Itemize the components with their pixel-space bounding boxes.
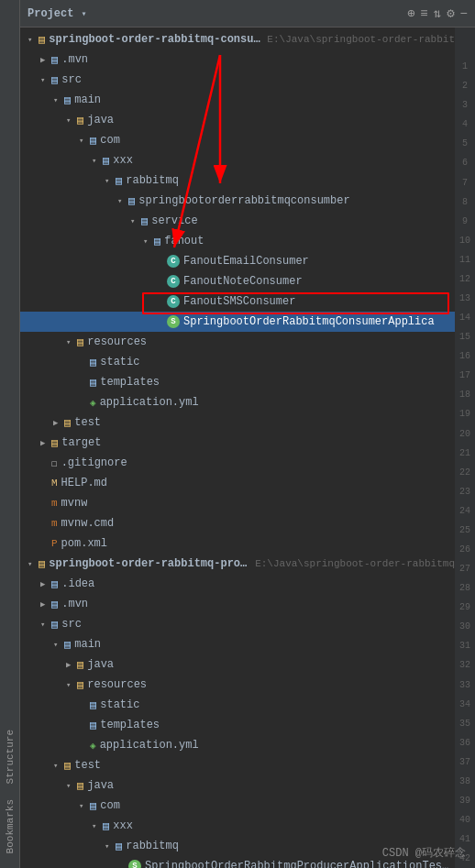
spring-icon: S — [167, 315, 180, 328]
tree-item-label: rabbitmq — [126, 174, 179, 187]
tree-item-FanoutSMSConsumer[interactable]: CFanoutSMSConsumer — [20, 291, 455, 312]
tree-item-mvn[interactable]: ▶▤.mvn — [20, 49, 455, 70]
tree-item-gitignore1[interactable]: ◻.gitignore — [20, 453, 455, 473]
tree-item-resources2[interactable]: ▾▤resources — [20, 675, 455, 695]
tree-item-test2[interactable]: ▾▤test — [20, 755, 455, 775]
tree-item-rabbitmq[interactable]: ▾▤rabbitmq — [20, 170, 455, 191]
tree-arrow[interactable]: ▾ — [28, 35, 39, 45]
tree-arrow[interactable]: ▾ — [66, 680, 77, 690]
settings-icon[interactable]: ⚙ — [447, 5, 454, 21]
tree-item-static[interactable]: ▤static — [20, 352, 455, 372]
tree-item-xxx2[interactable]: ▾▤xxx — [20, 816, 455, 836]
tree-item-pom1[interactable]: Ppom.xml — [20, 533, 455, 554]
tree-arrow[interactable]: ▾ — [143, 236, 154, 247]
toolbar-icons: ⊕ ≡ ⇅ ⚙ − — [407, 5, 468, 21]
dropdown-arrow[interactable]: ▾ — [81, 8, 86, 19]
tree-arrow[interactable]: ▾ — [105, 841, 116, 852]
arrows-icon[interactable]: ⇅ — [434, 5, 441, 21]
tree-arrow[interactable]: ▾ — [40, 620, 51, 630]
tree-item-producer-root[interactable]: ▾▤springboot-order-rabbitmq-producer E:\… — [20, 554, 455, 574]
tree-item-main[interactable]: ▾▤main — [20, 90, 455, 110]
pom-icon: P — [51, 538, 58, 549]
tree-arrow[interactable]: ▶ — [66, 660, 77, 670]
tree-arrow[interactable]: ▾ — [79, 801, 90, 811]
line-number: 25 — [455, 521, 475, 540]
folder-icon: ▤ — [90, 719, 96, 732]
tree-item-FanoutEmailConsumer[interactable]: CFanoutEmailConsumer — [20, 251, 455, 271]
tree-item-test[interactable]: ▶▤test — [20, 412, 455, 433]
line-number: 2 — [455, 76, 475, 95]
tree-arrow[interactable]: ▾ — [117, 196, 128, 206]
line-number: 17 — [455, 366, 475, 385]
bookmarks-tab[interactable]: Bookmarks — [2, 794, 18, 859]
tree-arrow[interactable]: ▾ — [66, 115, 77, 126]
tree-arrow[interactable]: ▾ — [105, 176, 116, 186]
tree-arrow[interactable]: ▾ — [79, 136, 90, 146]
tree-item-label: springboot-order-rabbitmq-producer — [49, 557, 251, 570]
tree-item-java2[interactable]: ▶▤java — [20, 654, 455, 675]
tree-arrow[interactable]: ▶ — [40, 55, 51, 65]
line-number: 16 — [455, 346, 475, 366]
folder-icon: ▤ — [51, 73, 58, 87]
tree-arrow[interactable]: ▾ — [92, 156, 103, 166]
tree-arrow[interactable]: ▾ — [66, 781, 77, 791]
tree-item-mvnw1[interactable]: mmvnw — [20, 493, 455, 513]
tree-item-xxx[interactable]: ▾▤xxx — [20, 150, 455, 170]
folder-icon: ▤ — [141, 214, 148, 228]
tree-item-label: java — [87, 779, 114, 792]
line-number: 39 — [455, 791, 475, 810]
tree-item-fanout[interactable]: ▾▤fanout — [20, 231, 455, 251]
folder-icon: ▤ — [116, 174, 122, 188]
tree-item-mvn2[interactable]: ▶▤.mvn — [20, 594, 455, 614]
tree-item-src[interactable]: ▾▤src — [20, 70, 455, 90]
tree-item-help-md-1[interactable]: MHELP.md — [20, 473, 455, 493]
list-icon[interactable]: ≡ — [420, 6, 427, 21]
folder-icon: ▤ — [39, 557, 45, 571]
tree-arrow[interactable]: ▾ — [28, 559, 39, 569]
folder-icon: ▤ — [77, 114, 83, 127]
tree-item-mvnw-cmd-1[interactable]: mmvnw.cmd — [20, 513, 455, 533]
tree-arrow[interactable]: ▾ — [130, 216, 141, 226]
minus-icon[interactable]: − — [460, 6, 468, 21]
tree-item-java3[interactable]: ▾▤java — [20, 775, 455, 796]
tree-arrow[interactable]: ▶ — [40, 438, 51, 448]
tree-arrow[interactable]: ▶ — [40, 599, 51, 610]
tree-arrow[interactable]: ▾ — [92, 821, 103, 831]
structure-tab[interactable]: Structure — [2, 724, 18, 789]
tree-item-target[interactable]: ▶▤target — [20, 433, 455, 453]
tree-arrow[interactable]: ▶ — [40, 579, 51, 589]
line-number: 15 — [455, 327, 475, 346]
folder-icon: ▤ — [90, 376, 96, 390]
tree-arrow[interactable]: ▾ — [40, 75, 51, 85]
line-number: 11 — [455, 250, 475, 269]
tree-arrow[interactable]: ▾ — [53, 95, 64, 105]
tree-arrow[interactable]: ▾ — [53, 640, 64, 650]
tree-item-com[interactable]: ▾▤com — [20, 130, 455, 150]
tree-item-service[interactable]: ▾▤service — [20, 211, 455, 231]
tree-item-main2[interactable]: ▾▤main — [20, 634, 455, 654]
tree-item-label: templates — [100, 376, 160, 389]
tree-arrow[interactable]: ▾ — [66, 337, 77, 347]
line-number: 40 — [455, 810, 475, 830]
tree-item-consumer-root[interactable]: ▾▤springboot-order-rabbitmq-consumber E:… — [20, 29, 455, 49]
tree-item-templates[interactable]: ▤templates — [20, 372, 455, 392]
tree-item-application-yml-consumer[interactable]: ◈application.yml — [20, 392, 455, 412]
tree-arrow[interactable]: ▾ — [53, 761, 64, 771]
tree-item-src2[interactable]: ▾▤src — [20, 614, 455, 634]
tree-item-application-yml-producer[interactable]: ◈application.yml — [20, 735, 455, 755]
mvnw-icon: m — [51, 518, 58, 529]
tree-arrow[interactable]: ▶ — [53, 418, 64, 428]
tree-item-java[interactable]: ▾▤java — [20, 110, 455, 130]
tree-item-com2[interactable]: ▾▤com — [20, 796, 455, 816]
tree-item-FanoutNoteConsumer[interactable]: CFanoutNoteConsumer — [20, 271, 455, 291]
tree-item-springbootorderrabbitmqconsumber[interactable]: ▾▤springbootorderrabbitmqconsumber — [20, 191, 455, 211]
tree-item-SpringbootOrderRabbitmqConsumerApplication[interactable]: SSpringbootOrderRabbitmqConsumerApplica — [20, 312, 455, 332]
tree-item-label: com — [100, 799, 120, 812]
tree-item-label: .idea — [61, 577, 94, 590]
line-number: 21 — [455, 444, 475, 463]
globe-icon[interactable]: ⊕ — [407, 5, 414, 21]
tree-item-resources[interactable]: ▾▤resources — [20, 332, 455, 352]
tree-item-templates2[interactable]: ▤templates — [20, 715, 455, 735]
tree-item-idea[interactable]: ▶▤.idea — [20, 574, 455, 594]
tree-item-static2[interactable]: ▤static — [20, 695, 455, 715]
